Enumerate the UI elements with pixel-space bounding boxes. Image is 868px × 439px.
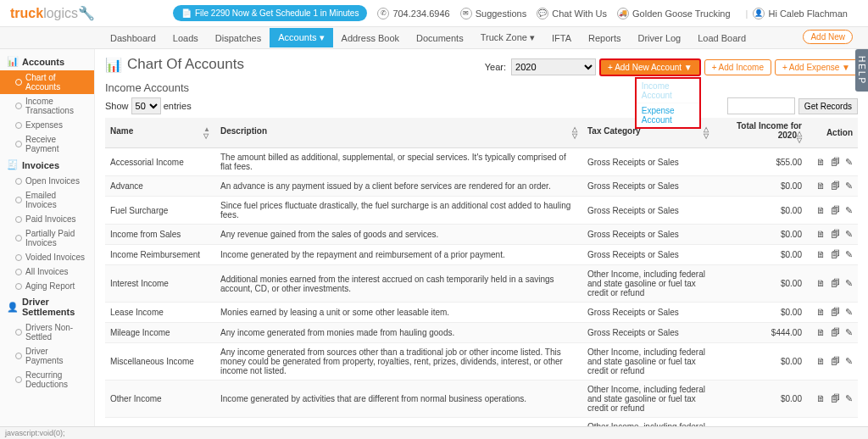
edit-icon[interactable]: ✎ bbox=[845, 205, 853, 216]
file-2290-banner[interactable]: 📄 File 2290 Now & Get Schedule 1 in Minu… bbox=[173, 5, 367, 21]
view-icon[interactable]: 🗎 bbox=[816, 307, 826, 318]
add-new-account-button[interactable]: + Add New Account ▼ bbox=[599, 58, 701, 76]
edit-icon[interactable]: ✎ bbox=[845, 181, 853, 192]
menu-loads[interactable]: Loads bbox=[164, 29, 207, 47]
chat-link[interactable]: 💬Chat With Us bbox=[537, 8, 607, 19]
company-link[interactable]: 🚚Golden Goose Trucking bbox=[617, 8, 731, 19]
sidebar-invoices[interactable]: 🧾 Invoices bbox=[0, 156, 94, 174]
cell-amount: $0.00 bbox=[714, 176, 807, 197]
menu-dashboard[interactable]: Dashboard bbox=[102, 29, 164, 47]
suggestions-link[interactable]: ✉Suggestions bbox=[460, 8, 527, 19]
sidebar-expenses[interactable]: Expenses bbox=[0, 118, 94, 132]
sidebar-aging[interactable]: Aging Report bbox=[0, 279, 94, 293]
income-get-records[interactable]: Get Records bbox=[798, 98, 858, 114]
user-icon: 👤 bbox=[753, 8, 765, 19]
view-icon[interactable]: 🗎 bbox=[816, 327, 826, 338]
cell-desc: Income generated by the repayment and re… bbox=[215, 245, 582, 265]
edit-icon[interactable]: ✎ bbox=[845, 229, 853, 240]
table-row: Advance An advance is any payment issued… bbox=[105, 176, 858, 197]
sidebar-paid-inv[interactable]: Paid Invoices bbox=[0, 212, 94, 226]
sidebar-open-inv[interactable]: Open Invoices bbox=[0, 174, 94, 188]
cell-name: Interest Income bbox=[105, 265, 215, 303]
sidebar-settlements[interactable]: 👤 Driver Settlements bbox=[0, 293, 94, 320]
sidebar-voided-inv[interactable]: Voided Invoices bbox=[0, 250, 94, 264]
cell-tax: Gross Receipts or Sales bbox=[582, 303, 714, 323]
sidebar-chart-of-accounts[interactable]: Chart of Accounts bbox=[0, 70, 94, 94]
income-search-input[interactable] bbox=[727, 97, 795, 114]
dropdown-expense-account[interactable]: Expense Account bbox=[637, 103, 699, 127]
edit-icon[interactable]: ✎ bbox=[845, 307, 853, 318]
export-icon[interactable]: 🗐 bbox=[831, 393, 840, 404]
add-expense-button[interactable]: + Add Expense ▼ bbox=[775, 59, 858, 75]
menu-dispatches[interactable]: Dispatches bbox=[207, 29, 270, 47]
edit-icon[interactable]: ✎ bbox=[845, 393, 853, 404]
sidebar-nonsettled[interactable]: Drivers Non-Settled bbox=[0, 320, 94, 344]
col-name[interactable]: Name▲▽ bbox=[105, 118, 215, 148]
cell-tax: Other Income, including federal and stat… bbox=[582, 343, 714, 381]
user-link[interactable]: 👤Hi Caleb Flachman bbox=[753, 8, 848, 19]
col-total[interactable]: Total Income for 2020△▽ bbox=[714, 118, 807, 148]
view-icon[interactable]: 🗎 bbox=[816, 157, 826, 168]
export-icon[interactable]: 🗐 bbox=[831, 356, 840, 367]
menu-accounts[interactable]: Accounts ▾ bbox=[270, 28, 332, 47]
cell-desc: Any revenue gained from the sales of goo… bbox=[215, 225, 582, 245]
sidebar-accounts[interactable]: 📊 Accounts bbox=[0, 53, 94, 70]
view-icon[interactable]: 🗎 bbox=[816, 205, 826, 216]
cell-tax: Gross Receipts or Sales bbox=[582, 323, 714, 343]
view-icon[interactable]: 🗎 bbox=[816, 181, 826, 192]
col-action: Action bbox=[807, 118, 858, 148]
menu-documents[interactable]: Documents bbox=[408, 29, 472, 47]
chart-icon: 📊 bbox=[105, 57, 122, 73]
sidebar-recurring[interactable]: Recurring Deductions bbox=[0, 368, 94, 392]
sidebar-receive-payment[interactable]: Receive Payment bbox=[0, 132, 94, 156]
help-tab[interactable]: HELP bbox=[855, 49, 868, 92]
col-desc[interactable]: Description△▽ bbox=[215, 118, 582, 148]
menu-driverlog[interactable]: Driver Log bbox=[630, 29, 690, 47]
edit-icon[interactable]: ✎ bbox=[845, 249, 853, 260]
export-icon[interactable]: 🗐 bbox=[831, 327, 840, 338]
sidebar-emailed-inv[interactable]: Emailed Invoices bbox=[0, 188, 94, 212]
cell-desc: Income generated by activities that are … bbox=[215, 381, 582, 418]
status-bar: javascript:void(0); bbox=[0, 426, 868, 439]
menu-truckzone[interactable]: Truck Zone ▾ bbox=[472, 28, 543, 47]
cell-amount: $0.00 bbox=[714, 197, 807, 225]
edit-icon[interactable]: ✎ bbox=[845, 157, 853, 168]
show-label: Show bbox=[105, 101, 129, 111]
view-icon[interactable]: 🗎 bbox=[816, 356, 826, 367]
menu-ifta[interactable]: IFTA bbox=[543, 29, 580, 47]
export-icon[interactable]: 🗐 bbox=[831, 249, 840, 260]
menu-reports[interactable]: Reports bbox=[580, 29, 630, 47]
cell-amount: $444.00 bbox=[714, 323, 807, 343]
view-icon[interactable]: 🗎 bbox=[816, 278, 826, 289]
cell-tax: Gross Receipts or Sales bbox=[582, 197, 714, 225]
year-select[interactable]: 2020 bbox=[511, 58, 596, 75]
sidebar-income-trans[interactable]: Income Transactions bbox=[0, 94, 94, 118]
cell-tax: Gross Receipts or Sales bbox=[582, 245, 714, 265]
table-row: Mileage Income Any income generated from… bbox=[105, 323, 858, 343]
sidebar-partial-inv[interactable]: Partially Paid Invoices bbox=[0, 226, 94, 250]
export-icon[interactable]: 🗐 bbox=[831, 278, 840, 289]
phone-link[interactable]: ✆704.234.6946 bbox=[377, 8, 449, 19]
chat-icon: 💬 bbox=[537, 8, 548, 19]
edit-icon[interactable]: ✎ bbox=[845, 356, 853, 367]
export-icon[interactable]: 🗐 bbox=[831, 307, 840, 318]
export-icon[interactable]: 🗐 bbox=[831, 157, 840, 168]
view-icon[interactable]: 🗎 bbox=[816, 249, 826, 260]
sidebar-driver-pay[interactable]: Driver Payments bbox=[0, 344, 94, 368]
add-new-button[interactable]: Add New bbox=[803, 30, 853, 44]
dropdown-income-account[interactable]: Income Account bbox=[637, 79, 699, 103]
export-icon[interactable]: 🗐 bbox=[831, 181, 840, 192]
logo[interactable]: trucklogics🔧 bbox=[10, 5, 95, 21]
income-perpage[interactable]: 50 bbox=[131, 97, 161, 114]
add-income-button[interactable]: + Add Income bbox=[704, 59, 771, 75]
export-icon[interactable]: 🗐 bbox=[831, 229, 840, 240]
edit-icon[interactable]: ✎ bbox=[845, 278, 853, 289]
sidebar-all-inv[interactable]: All Invoices bbox=[0, 264, 94, 279]
view-icon[interactable]: 🗎 bbox=[816, 229, 826, 240]
edit-icon[interactable]: ✎ bbox=[845, 327, 853, 338]
cell-tax: Other Income, including federal and stat… bbox=[582, 381, 714, 418]
menu-loadboard[interactable]: Load Board bbox=[689, 29, 754, 47]
menu-addressbook[interactable]: Address Book bbox=[333, 29, 408, 47]
export-icon[interactable]: 🗐 bbox=[831, 205, 840, 216]
view-icon[interactable]: 🗎 bbox=[816, 393, 826, 404]
